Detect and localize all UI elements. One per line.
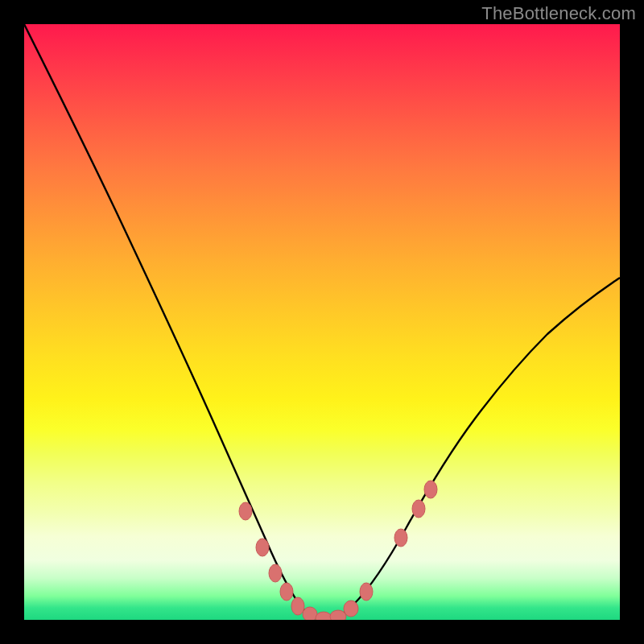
marker-group — [239, 481, 437, 620]
curve-marker — [316, 612, 332, 620]
curve-marker — [239, 502, 252, 520]
chart-frame: TheBottleneck.com — [0, 0, 644, 644]
bottleneck-curve-path — [24, 24, 620, 620]
curve-marker — [269, 564, 282, 582]
curve-marker — [330, 610, 346, 620]
curve-marker — [360, 583, 373, 601]
curve-marker — [344, 601, 358, 617]
curve-marker — [291, 597, 304, 615]
chart-plot-area — [24, 24, 620, 620]
curve-svg — [24, 24, 620, 620]
curve-marker — [303, 607, 317, 620]
curve-marker — [424, 481, 437, 498]
curve-marker — [256, 539, 269, 556]
watermark-text: TheBottleneck.com — [481, 3, 636, 24]
curve-marker — [412, 500, 425, 518]
curve-marker — [394, 529, 407, 547]
curve-marker — [280, 583, 293, 601]
